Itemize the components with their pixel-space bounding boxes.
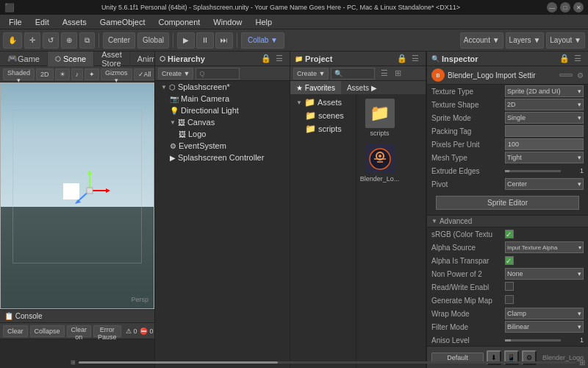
- audio-toggle[interactable]: ♪: [71, 68, 84, 80]
- tool-rect[interactable]: ⧉: [79, 32, 95, 49]
- pause-button[interactable]: ⏸: [196, 32, 214, 49]
- hierarchy-search[interactable]: [196, 68, 240, 79]
- tab-game[interactable]: 🎮 Game: [0, 52, 48, 66]
- hierarchy-create-button[interactable]: Create ▼: [158, 68, 193, 79]
- hier-item-splashscreen[interactable]: ▼ ⬡ Splashscreen*: [155, 81, 290, 93]
- folder-scripts[interactable]: 📁 scripts: [290, 122, 356, 135]
- star-icon: ★: [296, 84, 303, 92]
- tab-scene[interactable]: ⬡ Scene: [48, 52, 94, 66]
- step-button[interactable]: ⏭: [215, 32, 233, 49]
- menu-file[interactable]: File: [3, 17, 28, 27]
- texture-type-dropdown[interactable]: Sprite (2D and UI) ▾: [505, 85, 584, 97]
- project-create-button[interactable]: Create ▼: [293, 68, 329, 79]
- size-slider-track[interactable]: [290, 361, 426, 364]
- collab-button[interactable]: Collab ▼: [241, 32, 284, 49]
- hier-item-splashscreen-controller[interactable]: ▶ Splashscreen Controller: [155, 152, 290, 163]
- assets-tab[interactable]: Assets ▶: [341, 81, 383, 94]
- clear-button[interactable]: Clear: [3, 325, 28, 337]
- pixels-per-unit-input-wrap: [505, 138, 584, 150]
- all-toggle[interactable]: ✓All: [134, 68, 156, 80]
- project-search[interactable]: [331, 68, 375, 79]
- hier-item-canvas[interactable]: ▼ 🖼 Canvas: [155, 116, 290, 128]
- favorites-tab[interactable]: ★ Favorites: [290, 81, 341, 94]
- error-pause-button[interactable]: Error Pause: [93, 325, 121, 337]
- menu-component[interactable]: Component: [152, 17, 206, 27]
- inspector-lock-icon[interactable]: 🔒: [559, 53, 570, 65]
- gizmos-toggle[interactable]: Gizmos ▾: [101, 68, 132, 80]
- alpha-source-dropdown[interactable]: Input Texture Alpha ▾: [505, 241, 584, 253]
- scripts-folder-icon: 📁: [370, 104, 390, 123]
- inspector-menu-icon[interactable]: ☰: [572, 53, 584, 65]
- hier-item-directional-light[interactable]: 💡 Directional Light: [155, 105, 290, 116]
- clear-on-play-button[interactable]: Clear on Play: [67, 325, 92, 337]
- folder-scenes[interactable]: 📁 scenes: [290, 109, 356, 122]
- inspector-content: B Blender_Logo Import Settir ⚙ Texture T…: [427, 66, 588, 346]
- tool-move[interactable]: ✛: [24, 32, 40, 49]
- gen-mipmap-checkbox[interactable]: [505, 295, 514, 304]
- tool-rotate[interactable]: ↺: [43, 32, 59, 49]
- project-grid-view[interactable]: ⊞: [392, 68, 404, 79]
- play-button[interactable]: ▶: [177, 32, 195, 49]
- sprite-mode-dropdown[interactable]: Single ▾: [505, 112, 584, 124]
- mesh-type-dropdown[interactable]: Tight ▾: [505, 152, 584, 163]
- collapse-button[interactable]: Collapse: [30, 325, 65, 337]
- console-tab[interactable]: 📋 Console: [0, 310, 154, 323]
- tool-hand[interactable]: ✋: [3, 32, 22, 49]
- layout-dropdown[interactable]: Layout ▼: [546, 32, 585, 49]
- aniso-slider[interactable]: [505, 339, 561, 342]
- minimize-btn[interactable]: —: [547, 2, 557, 13]
- maximize-btn[interactable]: □: [560, 2, 570, 13]
- menu-window[interactable]: Window: [207, 17, 248, 27]
- packing-tag-input[interactable]: [505, 125, 584, 137]
- sprite-editor-button[interactable]: Sprite Editor: [436, 196, 579, 210]
- non-power-value: None ▾: [505, 268, 584, 280]
- menu-help[interactable]: Help: [249, 17, 278, 27]
- shaded-dropdown[interactable]: Shaded ▾: [3, 68, 35, 80]
- inspector-settings-icon[interactable]: ⚙: [577, 71, 584, 79]
- extrude-edges-row: Extrude Edges 1: [427, 164, 588, 177]
- filter-mode-dropdown[interactable]: Bilinear ▾: [505, 321, 584, 333]
- project-menu-icon[interactable]: ☰: [409, 53, 421, 65]
- menu-assets[interactable]: Assets: [57, 17, 93, 27]
- hier-item-logo[interactable]: 🖼 Logo: [155, 128, 290, 140]
- alpha-transparent-row: Alpha Is Transpar ✓: [427, 254, 588, 267]
- read-write-checkbox[interactable]: [505, 282, 514, 291]
- close-btn[interactable]: ✕: [573, 2, 584, 13]
- non-power-dropdown[interactable]: None ▾: [505, 268, 584, 280]
- global-toggle[interactable]: Global: [137, 32, 169, 49]
- hierarchy-menu-icon[interactable]: ☰: [273, 53, 285, 65]
- svg-marker-3: [106, 188, 110, 193]
- texture-shape-dropdown[interactable]: 2D ▾: [505, 99, 584, 110]
- scene-viewport[interactable]: Persp: [0, 82, 154, 309]
- lighting-toggle[interactable]: ☀: [55, 68, 70, 80]
- menu-gameobject[interactable]: GameObject: [94, 17, 151, 27]
- aniso-row: Aniso Level 1: [427, 333, 588, 346]
- hier-item-eventsystem[interactable]: ⚙ EventSystem: [155, 140, 290, 152]
- hierarchy-lock-icon[interactable]: 🔒: [260, 53, 272, 65]
- file-scripts-folder[interactable]: 📁 scripts: [359, 97, 400, 138]
- center-toggle[interactable]: Center: [103, 32, 135, 49]
- tab-asset-store[interactable]: Asset Store: [94, 52, 130, 66]
- tool-scale[interactable]: ⊕: [61, 32, 77, 49]
- pixels-per-unit-input[interactable]: [505, 138, 584, 150]
- twod-toggle[interactable]: 2D: [36, 68, 54, 80]
- project-list-view[interactable]: ☰: [379, 68, 390, 79]
- srgb-checkbox[interactable]: ✓: [505, 230, 514, 238]
- packing-tag-row: Packing Tag: [427, 124, 588, 138]
- menu-edit[interactable]: Edit: [29, 17, 55, 27]
- account-dropdown[interactable]: Account ▼: [460, 32, 503, 49]
- folder-assets[interactable]: ▼ 📁 Assets: [290, 96, 356, 109]
- project-file-area: 📁 scripts: [356, 94, 426, 368]
- inspector-open-button[interactable]: [559, 74, 573, 77]
- file-blender-logo[interactable]: Blender_Lo...: [359, 143, 400, 184]
- hier-item-main-camera[interactable]: 📷 Main Camera: [155, 93, 290, 105]
- pivot-dropdown[interactable]: Center ▾: [505, 178, 584, 190]
- project-lock-icon[interactable]: 🔒: [396, 53, 408, 65]
- alpha-transparent-checkbox[interactable]: ✓: [505, 256, 514, 265]
- fx-toggle[interactable]: ✦: [85, 68, 99, 80]
- inspector-panel: 🔍 Inspector 🔒 ☰ B Blender_Logo Import Se…: [426, 52, 588, 368]
- wrap-mode-dropdown[interactable]: Clamp ▾: [505, 308, 584, 319]
- extrude-slider[interactable]: [505, 170, 561, 172]
- layers-dropdown[interactable]: Layers ▼: [506, 32, 545, 49]
- advanced-section[interactable]: ▼ Advanced: [427, 215, 588, 227]
